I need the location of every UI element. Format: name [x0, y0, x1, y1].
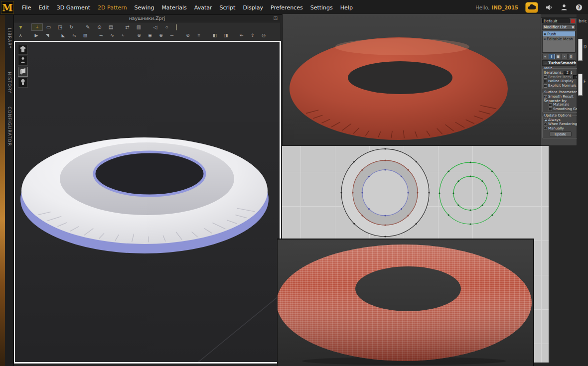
- render-view-shaded[interactable]: [282, 14, 577, 146]
- red-torus-shaded[interactable]: [290, 37, 508, 140]
- tab-history[interactable]: HISTORY: [7, 72, 12, 94]
- menu-item-settings[interactable]: Settings: [310, 4, 333, 11]
- configure-modifier-button[interactable]: ⚙: [568, 54, 574, 59]
- fastener-tool[interactable]: ⊘: [182, 32, 193, 39]
- zipper-tool[interactable]: ≡: [193, 32, 204, 39]
- cloud-sync-button[interactable]: [525, 2, 538, 13]
- edit-pattern-tool[interactable]: ▭: [43, 23, 54, 31]
- app-logo[interactable]: M: [1, 1, 14, 14]
- red-torus-wireframe[interactable]: [278, 244, 532, 361]
- smocking-tool[interactable]: ⊛: [134, 32, 145, 39]
- trace-tool[interactable]: ⊙: [94, 23, 105, 31]
- object-name-field[interactable]: Default: [542, 18, 570, 23]
- show-garment-toggle[interactable]: [18, 45, 28, 55]
- render-iters-checkbox[interactable]: [544, 75, 547, 79]
- checkbox-isoline-display[interactable]: Isoline Display: [544, 79, 579, 84]
- simulate-tool[interactable]: ⇧: [247, 32, 258, 39]
- menu-item-avatar[interactable]: Avatar: [194, 4, 212, 11]
- iterations-value[interactable]: 2: [564, 71, 570, 75]
- checkbox-box[interactable]: [544, 84, 547, 88]
- colorway-tool[interactable]: ◎: [258, 32, 269, 39]
- pattern-piece-outer[interactable]: [340, 148, 430, 237]
- menu-item-preferences[interactable]: Preferences: [271, 4, 303, 11]
- menu-item-edit[interactable]: Edit: [38, 4, 49, 11]
- edit-texture-tool[interactable]: ▤: [105, 23, 117, 31]
- command-panel-tabs[interactable]: [541, 14, 577, 18]
- menu-item-materials[interactable]: Materials: [161, 4, 186, 11]
- update-button[interactable]: Update: [550, 131, 572, 137]
- expand-window-icon[interactable]: ◳: [273, 15, 278, 21]
- help-icon[interactable]: ?: [575, 3, 583, 11]
- pin-stack-button[interactable]: ⌖: [542, 54, 548, 59]
- radio-button[interactable]: [544, 126, 547, 130]
- align-tool[interactable]: ⇤: [236, 32, 247, 39]
- radio-button[interactable]: [544, 118, 547, 122]
- transform-pattern-tool[interactable]: +: [31, 23, 43, 31]
- checkbox-box[interactable]: ✓: [544, 95, 547, 99]
- render-view-wireframe[interactable]: [277, 239, 534, 366]
- arrange-garment-tool[interactable]: ▧: [80, 32, 91, 39]
- mesh-icon[interactable]: ▫: [544, 37, 546, 40]
- radio-manually[interactable]: Manually: [544, 126, 577, 131]
- flip-tool[interactable]: ⇋: [69, 32, 80, 39]
- divider-tool[interactable]: ▏: [172, 23, 184, 31]
- binding-tool[interactable]: ◨: [220, 32, 231, 39]
- checkbox-box[interactable]: [549, 103, 552, 107]
- show-head-toggle[interactable]: [18, 78, 28, 88]
- checkbox-box[interactable]: [544, 80, 547, 83]
- stack-item-push[interactable]: ◉Push: [543, 31, 575, 36]
- stack-item-editable-mesh[interactable]: ▫Editable Mesh: [543, 36, 575, 41]
- unfold-tool[interactable]: ⇄: [122, 23, 133, 31]
- pattern-piece-inner[interactable]: [439, 161, 502, 225]
- edit-curve-point-tool[interactable]: ↻: [66, 23, 77, 31]
- show-end-result-button[interactable]: ‖: [549, 54, 555, 59]
- radio-always[interactable]: Always: [544, 118, 577, 122]
- measure-tool[interactable]: ─: [166, 32, 177, 39]
- white-torus-cushion[interactable]: [20, 137, 269, 253]
- buttonhole-tool[interactable]: ⊕: [155, 32, 166, 39]
- speaker-icon[interactable]: [545, 3, 553, 11]
- tab-configurator[interactable]: CONFIGURATOR: [7, 107, 12, 146]
- tab-library[interactable]: LIBRARY: [7, 28, 12, 49]
- 3d-garment-viewport[interactable]: [14, 41, 281, 364]
- bend-tool[interactable]: ◣: [58, 32, 69, 39]
- user-icon[interactable]: [560, 3, 568, 11]
- free-sewing-tool[interactable]: ≈: [118, 32, 129, 39]
- add-point-tool[interactable]: ✎: [82, 23, 94, 31]
- pattern-rotate-tool[interactable]: ◥: [42, 32, 53, 39]
- pattern-move-tool[interactable]: ▶: [31, 32, 42, 39]
- fold-arrangement-tool[interactable]: ▥: [133, 23, 145, 31]
- button-tool[interactable]: ◉: [145, 32, 155, 39]
- select-mesh-tool[interactable]: ◁: [149, 23, 161, 31]
- fabric-item[interactable]: [578, 74, 583, 96]
- menu-item-script[interactable]: Script: [220, 4, 236, 11]
- piping-tool[interactable]: ◧: [209, 32, 220, 39]
- menu-item-file[interactable]: File: [22, 4, 31, 11]
- menu-item-3d-garment[interactable]: 3D Garment: [57, 4, 90, 11]
- menu-item-sewing[interactable]: Sewing: [135, 4, 154, 11]
- object-color-swatch[interactable]: [571, 19, 576, 23]
- fabric-item[interactable]: [578, 39, 583, 61]
- segment-sewing-tool[interactable]: ∿: [107, 32, 118, 39]
- make-unique-button[interactable]: ▣: [555, 54, 561, 59]
- menu-item-display[interactable]: Display: [243, 4, 263, 11]
- fabric-tab-label[interactable]: bric: [577, 14, 588, 23]
- show-avatar-toggle[interactable]: [18, 56, 28, 66]
- radio-button[interactable]: [544, 122, 547, 126]
- pin-tool[interactable]: ⊸: [96, 32, 107, 39]
- lasso-select-tool[interactable]: ○: [161, 23, 172, 31]
- radio-when-rendering[interactable]: When Rendering: [544, 122, 577, 126]
- rollout-header[interactable]: − TurboSmooth: [542, 60, 576, 66]
- modifier-list-dropdown[interactable]: Modifier List ▼: [542, 24, 576, 30]
- remove-modifier-button[interactable]: ×: [562, 54, 568, 59]
- avatar-tool[interactable]: ⋏: [15, 32, 26, 39]
- iterations-spinner[interactable]: ▲▼: [571, 71, 572, 74]
- eye-icon[interactable]: ◉: [544, 32, 546, 35]
- checkbox-box[interactable]: [549, 108, 552, 111]
- checkbox-explicit-normals[interactable]: Explicit Normals: [544, 84, 579, 88]
- menu-item-help[interactable]: Help: [340, 4, 353, 11]
- menu-item-2d-pattern[interactable]: 2D Pattern: [98, 4, 127, 11]
- show-fabric-toggle[interactable]: [18, 67, 28, 77]
- edit-curvature-tool[interactable]: ◳: [54, 23, 66, 31]
- sync-down-tool[interactable]: ▼: [15, 23, 26, 31]
